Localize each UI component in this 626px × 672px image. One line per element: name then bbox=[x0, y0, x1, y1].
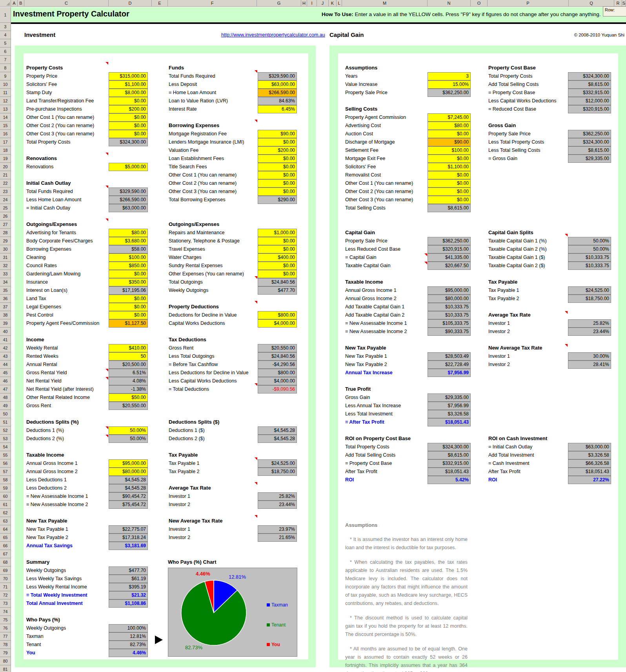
cell-gross-rent[interactable]: $20,550.00 bbox=[258, 344, 297, 352]
cell-gross-rent[interactable]: $20,550.00 bbox=[109, 402, 148, 410]
cell-new-assessable-income-1[interactable]: $90,454.72 bbox=[109, 492, 148, 501]
cell-years[interactable]: 3 bbox=[428, 72, 471, 80]
cell-other-cost-2-you-can-rename[interactable]: $0.00 bbox=[428, 188, 471, 196]
column-header-M[interactable]: M bbox=[342, 0, 428, 7]
cell-less-deposit[interactable]: $63,000.00 bbox=[258, 80, 297, 89]
cell-discharge-of-mortgage[interactable]: $90.00 bbox=[428, 138, 471, 146]
cell-add-total-investment[interactable]: $3,326.58 bbox=[568, 451, 611, 459]
cell-annual-gross-income-2[interactable]: $80,000.00 bbox=[109, 468, 148, 476]
cell-new-tax-payable-1[interactable]: $28,503.49 bbox=[428, 352, 471, 361]
row-header-25[interactable]: 25 bbox=[0, 204, 11, 212]
row-header-28[interactable]: 28 bbox=[0, 229, 11, 237]
row-header-29[interactable]: 29 bbox=[0, 237, 11, 245]
row-header-52[interactable]: 52 bbox=[0, 426, 11, 435]
row-header-49[interactable]: 49 bbox=[0, 402, 11, 410]
cell-less-capital-works-deductions[interactable]: $12,000.00 bbox=[568, 97, 611, 105]
row-header-38[interactable]: 38 bbox=[0, 311, 11, 319]
cell-deductions-2[interactable]: $4,545.28 bbox=[258, 435, 297, 443]
select-all-corner[interactable] bbox=[0, 0, 11, 7]
cell-annual-tax-increase[interactable]: $7,956.99 bbox=[428, 369, 471, 377]
cell-total-selling-costs[interactable]: $8,615.00 bbox=[428, 204, 471, 212]
cell-renovations[interactable]: $5,000.00 bbox=[109, 163, 148, 171]
cell-weekly-outgoings[interactable]: 100.00% bbox=[109, 624, 148, 632]
row-header-11[interactable]: 11 bbox=[0, 89, 11, 97]
row-header-35[interactable]: 35 bbox=[0, 286, 11, 295]
cell-total-borrowing-expenses[interactable]: $290.00 bbox=[258, 196, 297, 204]
column-header-C[interactable]: C bbox=[24, 0, 109, 7]
cell-lenders-mortgage-insurance-lmi[interactable]: $0.00 bbox=[258, 138, 297, 146]
cell-loan-establishment-fees[interactable]: $0.00 bbox=[258, 155, 297, 163]
cell-other-cost-1-you-can-rename[interactable]: $0.00 bbox=[109, 113, 148, 122]
cell-deductions-for-decline-in-value[interactable]: $800.00 bbox=[258, 311, 297, 319]
cell-less-weekly-tax-savings[interactable]: $61.19 bbox=[109, 575, 148, 583]
cell-gross-gain[interactable]: $29,335.00 bbox=[568, 155, 611, 163]
cell-reduced-cost-base[interactable]: $320,915.00 bbox=[568, 105, 611, 113]
cell-legal-expenses[interactable]: $0.00 bbox=[109, 303, 148, 311]
cell-initial-cash-outlay[interactable]: $63,000.00 bbox=[109, 204, 148, 212]
row-header-16[interactable]: 16 bbox=[0, 130, 11, 138]
cell-add-taxable-capital-gain-2[interactable]: $10,333.75 bbox=[428, 311, 471, 319]
row-header-60[interactable]: 60 bbox=[0, 492, 11, 501]
row-header-71[interactable]: 71 bbox=[0, 583, 11, 591]
row-header-12[interactable]: 12 bbox=[0, 97, 11, 105]
cell-property-agent-fees-commission[interactable]: $1,127.50 bbox=[109, 319, 148, 328]
cell-total-funds-required[interactable]: $329,590.00 bbox=[258, 72, 297, 80]
row-header-9[interactable]: 9 bbox=[0, 72, 11, 80]
column-header-R[interactable]: R bbox=[614, 0, 622, 7]
column-header-F[interactable]: F bbox=[168, 0, 257, 7]
cell-land-transfer-registration-fee[interactable]: $0.00 bbox=[109, 97, 148, 105]
cell-gardening-lawn-mowing[interactable]: $0.00 bbox=[109, 270, 148, 278]
cell-other-cost-3-you-can-rename[interactable]: $0.00 bbox=[258, 188, 297, 196]
row-header-81[interactable]: 81 bbox=[0, 665, 11, 672]
cell-interest-on-loan-s[interactable]: $17,195.06 bbox=[109, 286, 148, 295]
row-header-53[interactable]: 53 bbox=[0, 435, 11, 443]
cell-pre-purchase-inspections[interactable]: $200.00 bbox=[109, 105, 148, 113]
cell-rented-weeks[interactable]: 50 bbox=[109, 352, 148, 361]
row-header-24[interactable]: 24 bbox=[0, 196, 11, 204]
cell-less-deductions-2[interactable]: $4,545.28 bbox=[109, 484, 148, 492]
cell-total-deductions[interactable]: -$9,090.56 bbox=[258, 385, 297, 393]
row-header-18[interactable]: 18 bbox=[0, 146, 11, 155]
row-header-68[interactable]: 68 bbox=[0, 558, 11, 566]
column-header-Q[interactable]: Q bbox=[569, 0, 614, 7]
cell-weekly-outgoings[interactable]: $477.70 bbox=[109, 566, 148, 575]
column-header-H[interactable]: H bbox=[301, 0, 307, 7]
cell-property-agent-commission[interactable]: $7,245.00 bbox=[428, 113, 471, 122]
cell-annual-tax-savings[interactable]: $3,181.69 bbox=[109, 542, 148, 550]
cell-roi[interactable]: 5.42% bbox=[428, 476, 471, 484]
cell-add-taxable-capital-gain-1[interactable]: $10,333.75 bbox=[428, 303, 471, 311]
row-header-47[interactable]: 47 bbox=[0, 385, 11, 393]
row-header-6[interactable]: 6 bbox=[0, 47, 11, 56]
column-header-A[interactable]: A bbox=[11, 0, 18, 7]
row-header-40[interactable]: 40 bbox=[0, 328, 11, 336]
cell-total-property-costs[interactable]: $324,300.00 bbox=[568, 72, 611, 80]
cell-removalist-cost[interactable]: $0.00 bbox=[428, 171, 471, 179]
cell-investor-1[interactable]: 23.97% bbox=[258, 525, 297, 534]
cell-sundry-rental-expenses[interactable]: $0.00 bbox=[258, 262, 297, 270]
row-header-74[interactable]: 74 bbox=[0, 608, 11, 616]
row-header-70[interactable]: 70 bbox=[0, 575, 11, 583]
cell-less-weekly-rental-income[interactable]: $395.19 bbox=[109, 583, 148, 591]
row-header-80[interactable]: 80 bbox=[0, 657, 11, 665]
cell-less-annual-tax-increase[interactable]: $7,956.99 bbox=[428, 402, 471, 410]
cell-less-deductions-for-decline-in-value[interactable]: $800.00 bbox=[258, 369, 297, 377]
cell-tax-payable-1[interactable]: $24,525.00 bbox=[568, 286, 611, 295]
row-header-64[interactable]: 64 bbox=[0, 525, 11, 534]
cell-borrowing-expenses[interactable]: $58.00 bbox=[109, 245, 148, 253]
row-header-19[interactable]: 19 bbox=[0, 155, 11, 163]
row-header-10[interactable]: 10 bbox=[0, 80, 11, 89]
cell-after-tax-profit[interactable]: $18,051.43 bbox=[568, 468, 611, 476]
row-header-54[interactable]: 54 bbox=[0, 443, 11, 451]
cell-new-assessable-income-2[interactable]: $75,454.72 bbox=[109, 501, 148, 509]
column-header-S[interactable]: S bbox=[622, 0, 626, 7]
cell-total-funds-required[interactable]: $329,590.00 bbox=[109, 188, 148, 196]
row-header-77[interactable]: 77 bbox=[0, 632, 11, 641]
column-header-K[interactable]: K bbox=[329, 0, 337, 7]
row-header-43[interactable]: 43 bbox=[0, 352, 11, 361]
row-header-79[interactable]: 79 bbox=[0, 649, 11, 657]
row-header-65[interactable]: 65 bbox=[0, 534, 11, 542]
cell-deductions-1[interactable]: 50.00% bbox=[109, 426, 148, 435]
row-header-62[interactable]: 62 bbox=[0, 509, 11, 517]
cell-investor-1[interactable]: 25.82% bbox=[258, 492, 297, 501]
column-header-G[interactable]: G bbox=[257, 0, 301, 7]
